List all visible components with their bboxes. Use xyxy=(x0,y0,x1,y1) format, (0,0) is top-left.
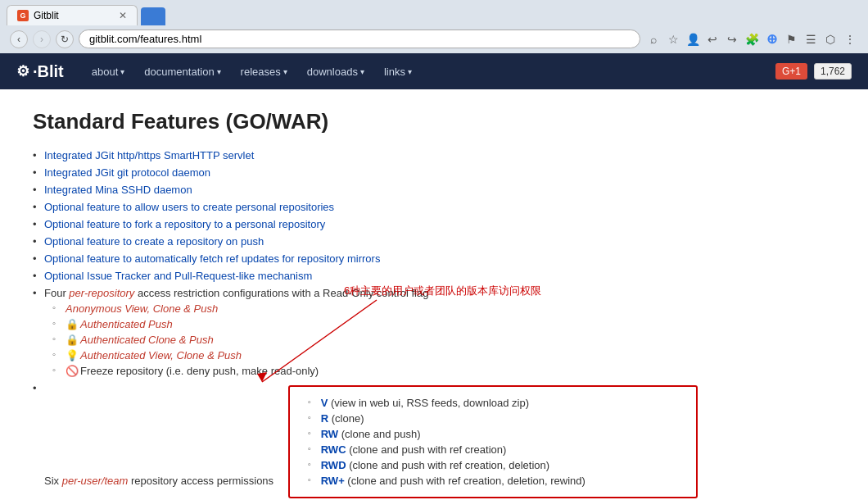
about-arrow: ▾ xyxy=(120,67,124,76)
annotation-label: 6种主要的用户或者团队的版本库访问权限 xyxy=(344,284,541,298)
address-input[interactable] xyxy=(79,30,640,48)
list-item: Integrated JGit http/https SmartHTTP ser… xyxy=(33,149,835,161)
perm-r-label: R xyxy=(321,412,328,425)
perm-rw: RW (clone and push) xyxy=(308,428,686,440)
logo-text: ·Blit xyxy=(33,62,64,81)
perm-rwplus-label: RW+ xyxy=(321,475,345,487)
gplus-button[interactable]: G+1 xyxy=(775,63,807,80)
feature-link-1[interactable]: Integrated JGit git protocol daemon xyxy=(44,166,210,179)
nav-about[interactable]: about ▾ xyxy=(84,61,133,83)
bookmark-icon[interactable]: ☆ xyxy=(665,31,681,48)
perm-rwd-desc: (clone and push with ref creation, delet… xyxy=(346,459,550,471)
main-content: Standard Features (GO/WAR) Integrated JG… xyxy=(0,89,868,500)
feature-link-7[interactable]: Optional Issue Tracker and Pull-Request-… xyxy=(44,270,312,282)
list-item: Optional feature to allow users to creat… xyxy=(33,201,835,213)
forward-icon[interactable]: ↪ xyxy=(724,31,740,48)
downloads-arrow: ▾ xyxy=(360,67,364,76)
flag-icon[interactable]: ⚑ xyxy=(783,31,799,48)
forward-button[interactable]: › xyxy=(33,30,51,48)
list-item: Integrated Mina SSHD daemon xyxy=(33,184,835,196)
releases-arrow: ▾ xyxy=(283,67,287,76)
svg-marker-1 xyxy=(257,372,267,382)
lock-icon-2: 🔒 xyxy=(66,334,79,346)
list-item: Optional feature to automatically fetch … xyxy=(33,252,835,265)
documentation-arrow: ▾ xyxy=(217,67,221,76)
feature-link-6[interactable]: Optional feature to automatically fetch … xyxy=(44,252,380,265)
tab-favicon: G xyxy=(17,10,29,21)
address-bar-row: ‹ › ↻ ⌕ ☆ 👤 ↩ ↪ 🧩 ⊕ ⚑ ☰ ⬡ ⋮ xyxy=(7,25,861,53)
per-repository-link[interactable]: per-repository xyxy=(69,287,134,299)
restriction-auth-view: 💡Authenticated View, Clone & Push xyxy=(52,349,835,361)
feature-link-5[interactable]: Optional feature to create a repository … xyxy=(44,235,264,248)
feature-link-2[interactable]: Integrated Mina SSHD daemon xyxy=(44,184,192,196)
list-item: Optional feature to fork a repository to… xyxy=(33,218,835,230)
links-arrow: ▾ xyxy=(408,67,412,76)
restriction-auth-push: 🔒Authenticated Push xyxy=(52,318,835,330)
access-restrictions-list: Anonymous View, Clone & Push 🔒Authentica… xyxy=(52,302,835,377)
per-user-before: Six xyxy=(44,475,62,487)
perm-rwc-label: RWC xyxy=(321,443,346,456)
per-repo-before: Four xyxy=(44,287,69,299)
search-icon[interactable]: ⌕ xyxy=(645,31,662,48)
feature-link-0[interactable]: Integrated JGit http/https SmartHTTP ser… xyxy=(44,149,254,161)
nav-links: about ▾ documentation ▾ releases ▾ downl… xyxy=(84,61,420,83)
logo-icon: ⚙ xyxy=(16,62,29,80)
perm-rw-desc: (clone and push) xyxy=(338,428,420,440)
list-item-per-user: Six per-user/team repository access perm… xyxy=(33,382,835,498)
tab-close-button[interactable]: ✕ xyxy=(119,10,127,21)
gplus-label: G+1 xyxy=(782,66,801,77)
nav-downloads[interactable]: downloads ▾ xyxy=(299,61,373,83)
lock-icon-1: 🔒 xyxy=(66,318,79,330)
restriction-text-3[interactable]: Authenticated View, Clone & Push xyxy=(80,349,242,361)
feature-link-3[interactable]: Optional feature to allow users to creat… xyxy=(44,201,334,213)
site-logo[interactable]: ⚙ ·Blit xyxy=(16,62,64,81)
permissions-list: V (view in web ui, RSS feeds, download z… xyxy=(308,397,686,487)
nav-documentation[interactable]: documentation ▾ xyxy=(136,61,228,83)
gplus-count: 1,762 xyxy=(814,63,852,80)
restriction-text-1[interactable]: Authenticated Push xyxy=(80,318,173,330)
per-user-after: repository access permissions xyxy=(128,475,274,487)
back-button[interactable]: ‹ xyxy=(10,30,28,48)
restriction-text-0[interactable]: Anonymous View, Clone & Push xyxy=(66,302,218,315)
chrome-icon[interactable]: ⊕ xyxy=(763,31,780,48)
site-navigation: ⚙ ·Blit about ▾ documentation ▾ releases… xyxy=(0,53,868,89)
freeze-icon: 🚫 xyxy=(66,365,79,377)
browser-chrome: G Gitblit ✕ ‹ › ↻ ⌕ ☆ 👤 ↩ ↪ 🧩 ⊕ ⚑ ☰ ⬡ ⋮ xyxy=(0,0,868,53)
list-item: Integrated JGit git protocol daemon xyxy=(33,166,835,179)
perm-rw-label: RW xyxy=(321,428,338,440)
overflow-icon[interactable]: ⋮ xyxy=(842,31,858,48)
active-tab[interactable]: G Gitblit ✕ xyxy=(7,5,138,25)
menu-icon[interactable]: ☰ xyxy=(802,31,819,48)
restriction-anonymous: Anonymous View, Clone & Push xyxy=(52,302,835,315)
back-icon[interactable]: ↩ xyxy=(704,31,721,48)
list-item-per-repository: Four per-repository access restriction c… xyxy=(33,287,835,377)
restriction-freeze: 🚫Freeze repository (i.e. deny push, make… xyxy=(52,365,835,377)
permissions-box: V (view in web ui, RSS feeds, download z… xyxy=(288,385,698,498)
browser-icons: ⌕ ☆ 👤 ↩ ↪ 🧩 ⊕ ⚑ ☰ ⬡ ⋮ xyxy=(645,31,858,48)
perm-r: R (clone) xyxy=(308,412,686,425)
perm-rwd: RWD (clone and push with ref creation, d… xyxy=(308,459,686,471)
content-wrapper: Standard Features (GO/WAR) Integrated JG… xyxy=(33,109,835,498)
tab-title: Gitblit xyxy=(34,10,59,21)
perm-v-desc: (view in web ui, RSS feeds, download zip… xyxy=(328,397,529,409)
annotation-arrow xyxy=(246,300,377,398)
nav-releases[interactable]: releases ▾ xyxy=(233,61,296,83)
list-item: Optional Issue Tracker and Pull-Request-… xyxy=(33,270,835,282)
user-icon[interactable]: 👤 xyxy=(685,31,701,48)
pocket-icon[interactable]: ⬡ xyxy=(822,31,839,48)
page-title: Standard Features (GO/WAR) xyxy=(33,109,835,134)
nav-links[interactable]: links ▾ xyxy=(376,61,420,83)
feature-list: Integrated JGit http/https SmartHTTP ser… xyxy=(33,149,835,498)
restriction-text-2[interactable]: Authenticated Clone & Push xyxy=(80,334,214,346)
perm-rwplus-desc: (clone and push with ref creation, delet… xyxy=(345,475,585,487)
extensions-icon[interactable]: 🧩 xyxy=(744,31,760,48)
perm-rwplus: RW+ (clone and push with ref creation, d… xyxy=(308,475,686,487)
per-user-link[interactable]: per-user/team xyxy=(62,475,129,487)
svg-line-0 xyxy=(262,300,377,382)
lightbulb-icon: 💡 xyxy=(66,349,79,361)
perm-r-desc: (clone) xyxy=(328,412,364,425)
refresh-button[interactable]: ↻ xyxy=(56,30,74,48)
tab-bar: G Gitblit ✕ xyxy=(7,5,861,25)
perm-v: V (view in web ui, RSS feeds, download z… xyxy=(308,397,686,409)
feature-link-4[interactable]: Optional feature to fork a repository to… xyxy=(44,218,325,230)
